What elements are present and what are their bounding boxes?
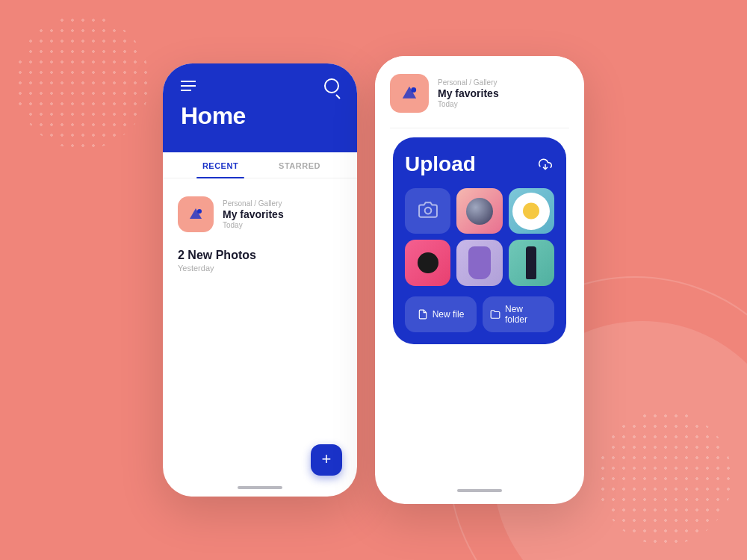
upload-cell-camera[interactable] (405, 188, 450, 234)
tabs-bar: RECENT STARRED (163, 152, 357, 178)
left-phone-content: Personal / Gallery My favorites Today 2 … (163, 178, 357, 292)
upload-cell-nailpolish[interactable] (509, 240, 554, 285)
upload-cell-shake[interactable] (456, 240, 502, 285)
fab-plus-icon: + (322, 451, 332, 467)
left-phone: Home RECENT STARRED Personal / Gallery (163, 63, 357, 497)
fab-add-button[interactable]: + (311, 444, 342, 476)
new-folder-label: New folder (505, 304, 547, 325)
right-phone-inner: Personal / Gallery My favorites Today Up… (375, 56, 584, 504)
upload-header: Upload (405, 152, 554, 176)
folder-name: My favorites (223, 208, 284, 220)
svg-point-2 (197, 209, 202, 214)
mountain-icon-right (397, 83, 421, 104)
section-title: 2 New Photos (178, 249, 342, 262)
right-folder-icon-wrapper (390, 74, 429, 113)
folder-date: Today (223, 221, 284, 229)
right-phone: Personal / Gallery My favorites Today Up… (375, 56, 584, 504)
right-folder-date: Today (438, 100, 499, 108)
bg-dots-top-left (15, 15, 149, 149)
folder-path: Personal / Gallery (223, 199, 284, 208)
right-folder-row[interactable]: Personal / Gallery My favorites Today (390, 71, 569, 116)
tab-starred[interactable]: STARRED (260, 161, 339, 178)
right-folder-path: Personal / Gallery (438, 78, 499, 87)
section-subtitle: Yesterday (178, 264, 342, 273)
new-folder-button[interactable]: New folder (483, 296, 554, 332)
camera-icon (418, 200, 438, 223)
folder-icon-wrapper (178, 196, 214, 232)
new-file-label: New file (433, 309, 465, 320)
phones-container: Home RECENT STARRED Personal / Gallery (163, 56, 584, 504)
right-folder-info: Personal / Gallery My favorites Today (438, 78, 499, 108)
home-indicator (238, 486, 282, 489)
file-icon (418, 309, 428, 320)
folder-icon (490, 309, 500, 320)
tab-recent[interactable]: RECENT (181, 161, 260, 178)
upload-actions: New file New folder (405, 296, 554, 332)
menu-icon[interactable] (181, 81, 196, 91)
page-title: Home (181, 102, 339, 130)
left-phone-header: Home (163, 63, 357, 152)
folder-info: Personal / Gallery My favorites Today (223, 199, 284, 229)
top-icons-row (181, 78, 339, 93)
search-icon[interactable] (324, 78, 339, 93)
upload-title: Upload (405, 152, 476, 176)
upload-cell-egg[interactable] (509, 188, 554, 234)
mountain-icon (185, 205, 206, 223)
svg-point-4 (411, 87, 416, 93)
upload-cell-ball[interactable] (456, 188, 502, 234)
right-folder-name: My favorites (438, 87, 499, 99)
right-home-indicator (457, 489, 502, 492)
right-phone-top: Personal / Gallery My favorites Today (375, 56, 584, 128)
new-file-button[interactable]: New file (405, 296, 477, 332)
upload-grid (405, 188, 554, 286)
upload-cell-coffee[interactable] (405, 240, 450, 285)
upload-section: Upload (393, 137, 566, 344)
svg-point-6 (424, 207, 431, 214)
folder-row[interactable]: Personal / Gallery My favorites Today (178, 190, 342, 238)
share-icon[interactable] (536, 155, 554, 173)
